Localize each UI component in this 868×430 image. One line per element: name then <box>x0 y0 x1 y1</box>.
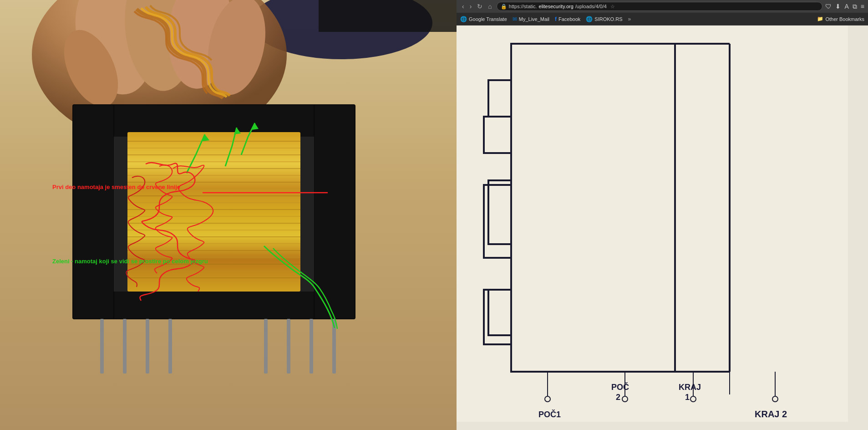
bookmark-siroko[interactable]: 🌐 SIROKO.RS <box>586 16 622 22</box>
menu-icon[interactable]: ≡ <box>861 3 864 10</box>
more-bookmarks[interactable]: » <box>628 16 631 22</box>
svg-marker-45 <box>234 128 241 134</box>
address-bar[interactable]: 🔒 https://static. elitesecurity.org /upl… <box>497 2 823 11</box>
other-bookmarks-label: Other Bookmarks <box>825 16 864 22</box>
url-domain: elitesecurity.org <box>539 4 574 9</box>
other-bookmarks[interactable]: 📁 Other Bookmarks <box>817 16 864 22</box>
bookmark-google-translate[interactable]: 🌐 Google Translate <box>460 16 507 22</box>
bookmark-label: Facebook <box>558 16 580 22</box>
url-suffix: /uploads/4/0/4 <box>575 4 607 9</box>
svg-rect-36 <box>100 319 104 374</box>
svg-rect-50 <box>319 0 457 32</box>
bookmark-facebook[interactable]: f Facebook <box>555 16 580 22</box>
svg-rect-43 <box>332 319 336 374</box>
back-button[interactable]: ‹ <box>460 2 466 11</box>
facebook-icon: f <box>555 16 557 22</box>
svg-rect-10 <box>73 282 355 319</box>
page-load-progress <box>0 428 346 430</box>
google-translate-icon: 🌐 <box>460 16 467 22</box>
svg-rect-0 <box>0 0 457 430</box>
download-icon[interactable]: ⬇ <box>835 3 841 10</box>
photo-svg: Prvi deo namotaja je smesten do crvene l… <box>0 0 457 430</box>
toolbar-icons: 🛡 ⬇ A ⧉ ≡ <box>825 3 864 10</box>
svg-text:KRAJ 2: KRAJ 2 <box>755 409 787 419</box>
mail-icon: ✉ <box>513 16 517 22</box>
bookmark-label: Google Translate <box>469 16 507 22</box>
lock-icon: 🔒 <box>501 4 507 10</box>
svg-point-5 <box>120 0 199 94</box>
svg-rect-9 <box>73 105 355 141</box>
svg-text:2: 2 <box>616 393 620 402</box>
home-button[interactable]: ⌂ <box>486 2 493 11</box>
svg-rect-51 <box>457 26 848 422</box>
svg-rect-1 <box>0 0 457 430</box>
bookmark-label: My_Live_Mail <box>519 16 549 22</box>
svg-point-4 <box>63 0 164 103</box>
svg-point-7 <box>199 0 274 100</box>
transformer-diagram: POČ1 POČ 2 KRAJ 1 KRAJ 2 <box>457 26 848 422</box>
star-icon: ☆ <box>610 4 615 10</box>
svg-rect-13 <box>114 137 314 292</box>
svg-rect-12 <box>314 105 355 319</box>
bookmarks-bar: 🌐 Google Translate ✉ My_Live_Mail f Face… <box>457 13 868 26</box>
svg-rect-38 <box>146 319 149 374</box>
svg-text:Prvi deo namotaja je smesten d: Prvi deo namotaja je smesten do crvene l… <box>52 184 180 190</box>
siroko-icon: 🌐 <box>586 16 593 22</box>
svg-text:KRAJ: KRAJ <box>679 383 701 392</box>
svg-text:POČ: POČ <box>611 382 629 392</box>
svg-marker-44 <box>203 134 209 141</box>
browser-toolbar: ‹ › ↻ ⌂ 🔒 https://static. elitesecurity.… <box>457 0 868 13</box>
svg-rect-40 <box>264 319 268 374</box>
svg-rect-11 <box>73 105 114 319</box>
svg-text:Zeleni - namotaj koji se vidi : Zeleni - namotaj koji se vidi se prostir… <box>52 258 208 265</box>
svg-rect-41 <box>287 319 290 374</box>
reload-button[interactable]: ↻ <box>475 2 484 11</box>
svg-rect-37 <box>123 319 127 374</box>
shield-icon: 🛡 <box>825 3 832 10</box>
forward-button[interactable]: › <box>468 2 474 11</box>
svg-marker-46 <box>252 123 259 130</box>
svg-text:POČ1: POČ1 <box>538 410 561 419</box>
browser-window: ‹ › ↻ ⌂ 🔒 https://static. elitesecurity.… <box>457 0 868 430</box>
bookmark-my-live-mail[interactable]: ✉ My_Live_Mail <box>513 16 549 22</box>
svg-point-2 <box>250 0 432 59</box>
nav-buttons: ‹ › ↻ ⌂ <box>460 2 494 11</box>
folder-icon: 📁 <box>817 16 823 22</box>
wood-background <box>0 0 457 430</box>
svg-rect-14 <box>127 132 300 292</box>
svg-rect-42 <box>310 319 313 374</box>
svg-text:1: 1 <box>685 393 690 402</box>
left-photo-area: Prvi deo namotaja je smesten do crvene l… <box>0 0 457 430</box>
svg-point-6 <box>163 0 237 92</box>
svg-point-8 <box>53 21 129 115</box>
bookmark-label: SIROKO.RS <box>594 16 622 22</box>
svg-rect-39 <box>168 319 172 374</box>
profile-icon[interactable]: A <box>844 3 848 10</box>
url-prefix: https://static. <box>509 4 537 9</box>
svg-point-3 <box>32 0 287 146</box>
browser-content: POČ1 POČ 2 KRAJ 1 KRAJ 2 <box>457 26 868 430</box>
extensions-icon[interactable]: ⧉ <box>853 3 857 10</box>
